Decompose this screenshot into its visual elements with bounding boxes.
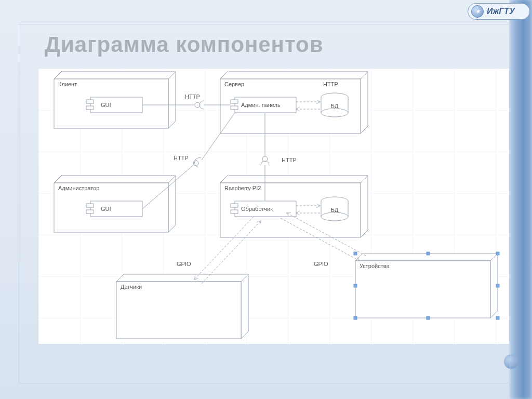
db-rpi: БД [321,197,348,221]
brand-icon: ✶ [471,5,484,18]
svg-text:Обработчик: Обработчик [241,206,273,212]
svg-rect-19 [231,106,238,110]
svg-rect-56 [427,316,430,320]
svg-rect-10 [90,201,142,217]
component-diagram: Клиент GUI Администратор [38,69,509,344]
svg-rect-49 [355,261,490,318]
svg-marker-14 [220,72,368,79]
svg-rect-55 [354,316,357,320]
svg-rect-50 [354,252,357,255]
svg-marker-45 [241,274,248,339]
svg-marker-15 [361,72,368,134]
svg-rect-54 [496,284,499,287]
svg-text:GUI: GUI [101,206,111,212]
svg-text:GUI: GUI [101,102,111,108]
node-admin-title: Администратор [58,185,99,191]
diagram-svg: Клиент GUI Администратор [38,69,509,344]
svg-rect-3 [90,97,142,113]
component-client-gui: GUI [86,97,142,113]
svg-line-64 [202,113,235,160]
node-admin: Администратор GUI [54,176,176,232]
brand-text: ИжГТУ [487,7,515,16]
node-sensors: Датчики [116,274,248,339]
svg-text:HTTP: HTTP [174,155,189,161]
node-devices[interactable]: Устройства [354,252,499,320]
svg-rect-51 [427,252,430,255]
node-devices-title: Устройства [360,263,390,269]
node-server: Сервер Админ. панель БД [220,72,368,134]
decorative-stripe [509,0,532,399]
node-server-title: Сервер [224,81,244,87]
svg-marker-8 [168,176,176,232]
svg-text:GPIO: GPIO [314,261,328,267]
svg-text:HTTP: HTTP [185,94,200,100]
svg-text:БД: БД [331,103,339,109]
svg-marker-7 [54,176,176,183]
svg-rect-5 [86,106,94,110]
svg-rect-18 [231,100,238,103]
svg-marker-44 [116,274,248,282]
slide-title: Диаграмма компонентов [45,32,323,57]
edge-server-db-label: HTTP [323,81,338,87]
svg-point-63 [193,161,198,166]
svg-rect-33 [231,204,238,207]
svg-rect-57 [496,316,499,320]
svg-text:GPIO: GPIO [177,261,191,267]
svg-rect-4 [86,100,94,103]
component-server-panel: Админ. панель [231,97,296,113]
node-client: Клиент GUI [54,72,176,128]
svg-text:HTTP: HTTP [282,157,297,163]
db-server: БД [321,93,348,117]
node-client-title: Клиент [58,81,77,87]
svg-text:БД: БД [331,207,339,213]
svg-rect-46 [116,282,241,339]
brand-badge: ✶ ИжГТУ [468,3,530,20]
slide-page: ✶ ИжГТУ Диаграмма компонентов Клиент [0,0,532,399]
svg-rect-11 [86,204,94,207]
svg-rect-34 [231,210,238,214]
component-admin-gui: GUI [86,201,142,217]
svg-rect-12 [86,210,94,214]
component-rpi-handler: Обработчик [231,201,296,217]
svg-marker-0 [54,72,176,79]
svg-point-25 [321,109,348,117]
svg-marker-30 [361,176,368,237]
svg-marker-1 [168,72,176,128]
svg-point-40 [321,212,348,221]
node-sensors-title: Датчики [121,284,142,290]
svg-marker-29 [220,176,368,183]
svg-rect-53 [354,284,357,287]
node-rpi-title: Raspberry PI2 [224,185,261,191]
svg-rect-52 [496,252,499,255]
svg-text:Админ. панель: Админ. панель [241,102,281,108]
